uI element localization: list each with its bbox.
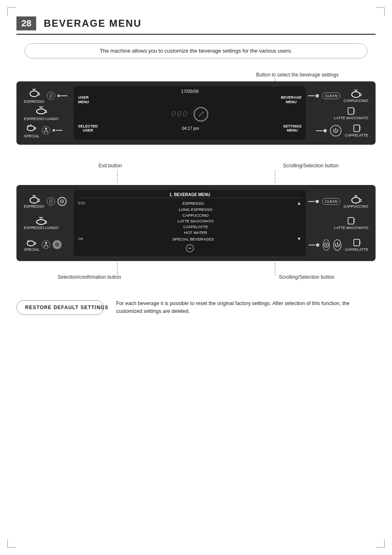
special-item-2[interactable]: P SPECIAL [24, 238, 39, 252]
menu-row-latte-macchiato[interactable]: LATTE MACCHIATO [78, 218, 302, 224]
caffelatte-label: CAFFELATTE [345, 133, 368, 137]
exit-button[interactable] [58, 197, 67, 206]
dot-line-3 [308, 94, 319, 97]
selected-user-btn[interactable]: SELECTEDUSER [78, 124, 98, 133]
espresso-item[interactable]: ESPRESSO [24, 88, 44, 104]
machine-menu-buttons: USERMENU BEVERAGEMENU [78, 95, 302, 104]
restore-section: RESTORE DEFAULT SETTINGS For each bevera… [16, 300, 376, 315]
cappuccino-item-2[interactable]: CAPPUCCINO [344, 194, 368, 208]
person-icon-2 [42, 240, 50, 249]
svg-rect-42 [348, 217, 354, 224]
special-item[interactable]: P SPECIAL [24, 123, 39, 138]
caffelatte-item-2[interactable]: CAFFELATTE [345, 238, 368, 252]
latte-macchiato-item[interactable]: LATTE MACCHIATO [334, 107, 368, 120]
annotation-top-label: Button to select the beverage settings [256, 72, 339, 78]
user-menu-btn[interactable]: USERMENU [78, 95, 89, 104]
svg-rect-47 [354, 239, 360, 246]
corner-bl [7, 539, 16, 548]
svg-rect-5 [46, 111, 47, 113]
clean-button[interactable]: CLEAN [322, 92, 340, 99]
svg-rect-20 [354, 125, 360, 132]
section2: Exit button Scrolling/Selection button E… [0, 161, 392, 279]
svg-point-38 [352, 197, 360, 203]
scroll-bottom-label: Scrolling/Selection button [279, 274, 334, 280]
espresso-item-2[interactable]: ESPRESSO [24, 194, 44, 208]
annotation-row-bottom: Selection/confirmation button Scrolling/… [16, 263, 376, 279]
latte-macchiato-label: LATTE MACCHIATO [334, 116, 368, 120]
zero-icon-2: 0 [47, 197, 55, 206]
special-label: SPECIAL [24, 134, 39, 138]
menu-row-hot-water[interactable]: HOT WATER [78, 230, 302, 235]
svg-text:P: P [27, 124, 30, 128]
arrow-up-icon: ▲ [297, 200, 302, 206]
espresso-label: ESPRESSO [24, 99, 44, 104]
confirm-dashed-line-bottom [117, 263, 118, 275]
machine-right-panel-2: CLEAN CAPPUCCINO LATTE MACCHIATO [306, 190, 371, 256]
svg-rect-30 [46, 221, 47, 223]
restore-default-button[interactable]: RESTORE DEFAULT SETTINGS [16, 300, 104, 315]
menu-row-long-espresso[interactable]: LONG ESPRESSO [78, 207, 302, 212]
menu-display: 1. BEVERAGE MENU ESC ESPRESSO ▲ LONG ESP… [74, 190, 306, 256]
power-button-2[interactable] [333, 239, 341, 251]
corner-tr [376, 7, 385, 16]
menu-bottom-icon [78, 244, 302, 254]
svg-rect-1 [38, 93, 40, 95]
exit-dashed-line [117, 170, 118, 183]
corner-br [376, 539, 385, 548]
svg-point-0 [30, 91, 38, 97]
beverage-menu-btn[interactable]: BEVERAGEMENU [281, 95, 302, 104]
espresso-icon [28, 88, 40, 99]
exit-button-label: Exit button [99, 163, 122, 169]
machine-left-panel-2: ESPRESSO 0 ESPRESSO LUNGO P SPECIAL [21, 190, 74, 256]
svg-rect-34 [35, 243, 36, 244]
svg-rect-14 [360, 94, 362, 96]
machine-center-bottom-1: SELECTEDUSER 04:17 pm SETTINGSMENU [78, 124, 302, 133]
arrow-down-icon: ▼ [297, 236, 302, 242]
machine-date: 17/05/09 [78, 89, 302, 94]
espresso-lungo-label: ESPRESSO LUNGO [24, 117, 58, 121]
svg-rect-17 [348, 108, 354, 114]
svg-point-36 [45, 242, 47, 244]
espresso-lungo-item-2[interactable]: ESPRESSO LUNGO [24, 216, 58, 230]
svg-text:P: P [27, 239, 30, 243]
restore-description: For each beverage it is possible to rese… [116, 300, 376, 315]
power-button-1[interactable] [330, 125, 341, 136]
svg-point-29 [37, 220, 46, 224]
menu-row-special[interactable]: OK SPECIAL BEVERAGES ▼ [78, 236, 302, 242]
scroll-button-right[interactable] [323, 239, 330, 251]
caffelatte-item[interactable]: CAFFELATTE [345, 124, 368, 137]
page-title: BEVERAGE MENU [44, 18, 141, 29]
scroll-top-label: Scrolling/Selection button [283, 163, 339, 169]
page-header: 28 BEVERAGE MENU [16, 16, 376, 35]
menu-row-espresso[interactable]: ESC ESPRESSO ▲ [78, 200, 302, 206]
svg-point-28 [61, 201, 62, 202]
machine-center-icons-1: 0 0 0 [78, 107, 302, 122]
description-box: The machine allows you to customize the … [25, 43, 367, 58]
confirm-button[interactable] [53, 240, 62, 249]
machine-diagram-1: ESPRESSO 0 ESPRESSO LUNGO P SPE [16, 81, 376, 145]
latte-macchiato-item-2[interactable]: LATTE MACCHIATO [334, 217, 368, 230]
menu-row-cappuccino[interactable]: CAPPUCCINO [78, 213, 302, 218]
cappuccino-item[interactable]: CAPPUCCINO [344, 89, 368, 103]
svg-point-23 [30, 197, 38, 203]
svg-point-12 [45, 128, 47, 130]
dot-line-1 [58, 95, 67, 97]
espresso-lungo-item[interactable]: ESPRESSO LUNGO [24, 105, 58, 121]
machine-center-display-1: 17/05/09 USERMENU BEVERAGEMENU 0 0 0 SEL… [74, 86, 306, 140]
svg-point-46 [325, 244, 327, 246]
menu-row-caffelatte[interactable]: CAFFELATTE [78, 224, 302, 229]
scroll-bottom-dashed-line [275, 263, 275, 275]
scroll-top-dashed-line [275, 170, 275, 183]
zero-icon-1: 0 [47, 92, 55, 100]
clean-button-2[interactable]: CLEAN [322, 198, 340, 205]
machine-time: 04:17 pm [98, 126, 283, 131]
svg-point-4 [37, 109, 46, 114]
page-number: 28 [16, 16, 36, 30]
dot-line-4 [316, 129, 327, 132]
svg-rect-9 [35, 127, 36, 129]
description-text: The machine allows you to customize the … [100, 48, 293, 54]
circle-edit-icon [194, 107, 208, 122]
settings-menu-btn[interactable]: SETTINGSMENU [283, 124, 302, 133]
ok-key: OK [78, 237, 90, 241]
confirm-label: Selection/confirmation button [58, 274, 121, 280]
